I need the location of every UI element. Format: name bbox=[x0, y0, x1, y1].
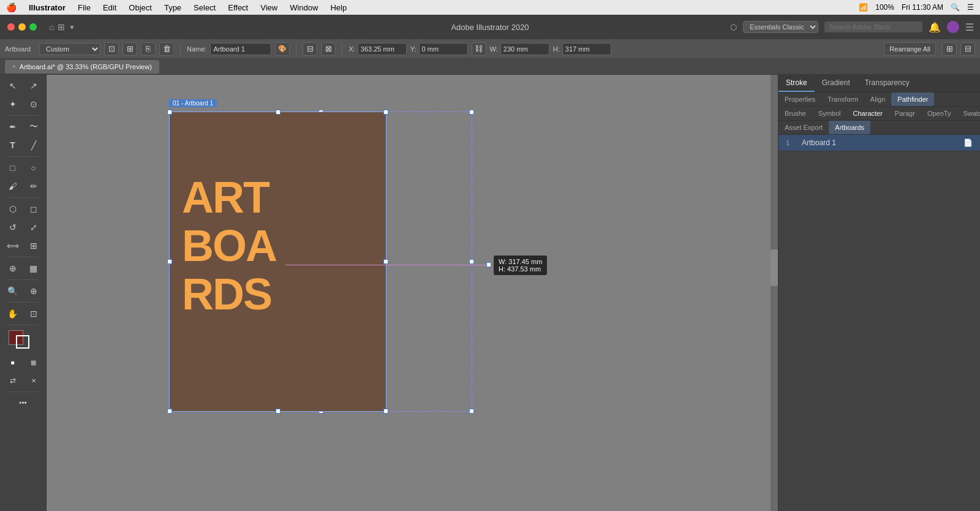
artboard-list-item[interactable]: 1 Artboard 1 📄 bbox=[778, 135, 980, 151]
artboard-orient-btn[interactable]: ⊟ bbox=[303, 42, 317, 56]
handle-ml[interactable] bbox=[167, 259, 172, 264]
curvature-tool[interactable]: 〜 bbox=[24, 118, 43, 135]
handle-bl[interactable] bbox=[167, 409, 172, 414]
rowtab-brushe[interactable]: Brushe bbox=[778, 107, 812, 120]
scroll-thumb[interactable] bbox=[771, 249, 778, 286]
artboard-delete-btn[interactable]: 🗑 bbox=[159, 42, 174, 56]
artboard-settings-btn[interactable]: ⊡ bbox=[104, 42, 119, 56]
blend-tool[interactable]: ⬡ bbox=[3, 200, 23, 218]
menu-window[interactable]: Window bbox=[287, 3, 320, 12]
gradient-mode-btn[interactable]: ▦ bbox=[24, 354, 43, 371]
rowtab-swatche[interactable]: Swatche bbox=[957, 107, 980, 120]
menu-illustrator[interactable]: Illustrator bbox=[26, 3, 68, 12]
stroke-color[interactable] bbox=[16, 335, 29, 349]
menu-type[interactable]: Type bbox=[162, 3, 184, 12]
control-center-icon[interactable]: ☰ bbox=[967, 3, 974, 12]
artboard-color-btn[interactable]: 🎨 bbox=[275, 42, 290, 56]
notifications-icon[interactable]: 🔔 bbox=[929, 21, 941, 33]
user-avatar[interactable] bbox=[947, 21, 959, 33]
tab-gradient[interactable]: Gradient bbox=[815, 75, 858, 92]
rowtab-symbol[interactable]: Symbol bbox=[812, 107, 847, 120]
constrain-icon[interactable]: ⛓ bbox=[472, 42, 486, 56]
artboard-name-input[interactable] bbox=[210, 43, 271, 55]
handle-tl[interactable] bbox=[167, 110, 172, 115]
magic-wand-tool[interactable]: ✦ bbox=[3, 96, 23, 113]
crosshair-handle[interactable] bbox=[486, 262, 491, 267]
handle-br[interactable] bbox=[383, 409, 388, 414]
more-tools-btn[interactable]: ••• bbox=[13, 395, 33, 412]
artboard-tool[interactable]: ⊡ bbox=[24, 305, 43, 322]
rearrange-all-button[interactable]: Rearrange All bbox=[884, 42, 936, 56]
vertical-scrollbar[interactable] bbox=[771, 75, 778, 511]
menu-edit[interactable]: Edit bbox=[100, 3, 119, 12]
workspace-select[interactable]: Essentials Classic bbox=[743, 21, 818, 33]
handle-bm[interactable] bbox=[276, 409, 281, 414]
swap-colors-btn[interactable]: ⇄ bbox=[3, 372, 23, 389]
handle-tm[interactable] bbox=[276, 110, 281, 115]
canvas-area[interactable]: 01 - Artboard 1 ARTBOARDS W: 317.45 mm H… bbox=[47, 75, 778, 511]
ellipse-tool[interactable]: ○ bbox=[24, 159, 43, 176]
layout-chevron[interactable]: ▼ bbox=[69, 24, 75, 31]
rotate-tool[interactable]: ↺ bbox=[3, 219, 23, 236]
tab-stroke[interactable]: Stroke bbox=[778, 75, 815, 92]
x-input[interactable] bbox=[358, 43, 407, 55]
h-input[interactable] bbox=[562, 43, 611, 55]
tab-transparency[interactable]: Transparency bbox=[858, 75, 917, 92]
menu-view[interactable]: View bbox=[258, 3, 280, 12]
menu-effect[interactable]: Effect bbox=[225, 3, 251, 12]
rect-tool[interactable]: □ bbox=[3, 159, 23, 176]
menu-object[interactable]: Object bbox=[126, 3, 154, 12]
none-btn[interactable]: ✕ bbox=[24, 372, 43, 389]
subtab-align[interactable]: Align bbox=[864, 93, 891, 106]
chart-tool[interactable]: ▦ bbox=[24, 260, 43, 277]
preset-select[interactable]: Custom bbox=[39, 43, 100, 55]
tab-close-icon[interactable]: × bbox=[12, 63, 16, 70]
subtab-properties[interactable]: Properties bbox=[778, 93, 821, 106]
direct-selection-tool[interactable]: ↗ bbox=[24, 77, 43, 94]
line-tool[interactable]: ╱ bbox=[24, 137, 43, 154]
search-stock-input[interactable] bbox=[824, 21, 922, 32]
selection-tool[interactable]: ↖ bbox=[3, 77, 23, 94]
color-mode-btn[interactable]: ■ bbox=[3, 354, 23, 371]
pencil-tool[interactable]: ✏ bbox=[24, 178, 43, 195]
menu-file[interactable]: File bbox=[75, 3, 93, 12]
apple-menu[interactable]: 🍎 bbox=[6, 2, 17, 12]
rowtab-opentype[interactable]: OpenTy bbox=[921, 107, 957, 120]
lasso-tool[interactable]: ⊙ bbox=[24, 96, 43, 113]
close-button[interactable] bbox=[7, 23, 15, 31]
scale-tool[interactable]: ⤢ bbox=[24, 219, 43, 236]
layout-icon[interactable]: ⊞ bbox=[58, 22, 65, 32]
paintbrush-tool[interactable]: 🖌 bbox=[3, 178, 23, 195]
shape-builder-tool[interactable]: ⊕ bbox=[3, 260, 23, 277]
hamburger-icon[interactable]: ☰ bbox=[965, 21, 974, 33]
subtab-pathfinder[interactable]: Pathfinder bbox=[891, 93, 934, 106]
panel-options-btn[interactable]: ⊟ bbox=[960, 42, 975, 56]
eraser-tool[interactable]: ◻ bbox=[24, 200, 43, 218]
zoom-tool[interactable]: ⊕ bbox=[24, 282, 43, 300]
w-input[interactable] bbox=[500, 43, 549, 55]
active-tab[interactable]: × Artboard.ai* @ 33.33% (RGB/GPU Preview… bbox=[5, 60, 159, 74]
artboard-grid-btn[interactable]: ⊞ bbox=[123, 42, 137, 56]
maximize-button[interactable] bbox=[29, 23, 37, 31]
handle-mr[interactable] bbox=[383, 259, 388, 264]
artboard[interactable]: ARTBOARDS bbox=[169, 112, 386, 412]
type-tool[interactable]: T bbox=[3, 137, 23, 154]
minimize-button[interactable] bbox=[18, 23, 26, 31]
eyedropper-tool[interactable]: 🔍 bbox=[3, 282, 23, 300]
y-input[interactable] bbox=[419, 43, 468, 55]
subtab-transform[interactable]: Transform bbox=[821, 93, 864, 106]
free-transform-tool[interactable]: ⊞ bbox=[24, 237, 43, 254]
artboard-copy-btn[interactable]: ⎘ bbox=[141, 42, 156, 56]
menu-help[interactable]: Help bbox=[328, 3, 349, 12]
pen-tool[interactable]: ✒ bbox=[3, 118, 23, 135]
artboard-fit-btn[interactable]: ⊠ bbox=[321, 42, 336, 56]
tab-artboards[interactable]: Artboards bbox=[829, 121, 870, 134]
hand-tool[interactable]: ✋ bbox=[3, 305, 23, 322]
search-icon[interactable]: 🔍 bbox=[951, 3, 960, 12]
rowtab-character[interactable]: Character bbox=[847, 107, 889, 120]
menu-select[interactable]: Select bbox=[191, 3, 218, 12]
rowtab-paragr[interactable]: Paragr bbox=[889, 107, 921, 120]
artboard-page-icon[interactable]: 📄 bbox=[963, 138, 973, 147]
tab-asset-export[interactable]: Asset Export bbox=[778, 121, 829, 134]
home-icon[interactable]: ⌂ bbox=[49, 22, 54, 32]
